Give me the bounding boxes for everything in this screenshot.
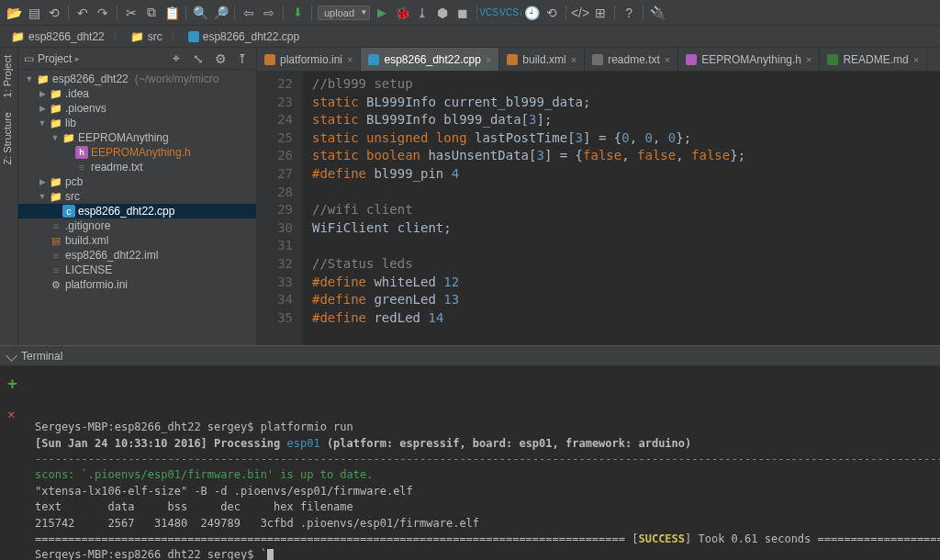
attach-icon[interactable]: ⤓	[414, 5, 431, 21]
arrow-icon: ▶	[38, 104, 47, 113]
close-icon[interactable]: ×	[347, 54, 352, 65]
collapse-icon[interactable]: ⤡	[190, 50, 207, 67]
folder-icon: ▭	[24, 52, 34, 65]
paste-icon[interactable]: 📋	[163, 5, 180, 21]
replace-icon[interactable]: 🔎	[212, 5, 229, 21]
close-icon[interactable]: ×	[571, 54, 576, 65]
close-icon[interactable]: ×	[913, 54, 919, 65]
code-editor[interactable]: //bl999 setupstatic BL999Info current_bl…	[303, 72, 940, 345]
h-icon	[686, 54, 697, 65]
txt-icon: ≡	[75, 161, 88, 174]
tree-item[interactable]: cesp8266_dht22.cpp	[18, 204, 256, 218]
platformio-icon[interactable]: 🔌	[649, 5, 666, 21]
folder-icon: 📁	[50, 102, 62, 115]
editor-gutter: 2223242526272829303132333435	[257, 72, 303, 345]
undo-icon[interactable]: ↶	[74, 5, 91, 21]
arrow-icon: ▶	[38, 89, 47, 98]
terminal-body[interactable]: + ✕ Sergeys-MBP:esp8266_dht22 sergey$ pl…	[0, 366, 940, 560]
close-icon[interactable]: ×	[806, 54, 811, 65]
project-panel-title[interactable]: ▭ Project ▸	[24, 52, 164, 65]
txt-icon	[592, 54, 603, 65]
copy-icon[interactable]: ⧉	[143, 5, 160, 21]
tree-item[interactable]: ≡readme.txt	[18, 160, 256, 174]
breadcrumb-item[interactable]: 📁src	[127, 29, 166, 44]
tab-project[interactable]: 1: Project	[0, 48, 15, 105]
stop-icon[interactable]: ◼	[454, 5, 471, 21]
breadcrumb-item[interactable]: 📁esp8266_dht22	[7, 29, 108, 44]
revert-icon[interactable]: ⟲	[543, 5, 560, 21]
tree-item[interactable]: ▶📁.idea	[18, 86, 256, 101]
editor-tab[interactable]: build.xml×	[499, 48, 585, 71]
save-all-icon[interactable]: ▤	[26, 5, 42, 21]
debug-icon[interactable]: 🐞	[394, 5, 410, 21]
terminal-header[interactable]: Terminal	[0, 346, 940, 366]
editor-area: platformio.ini×esp8266_dht22.cpp×build.x…	[257, 48, 940, 345]
txt-icon: ≡	[50, 249, 62, 262]
ini-icon: ⚙	[50, 278, 62, 291]
tree-item[interactable]: ▼📁lib	[18, 116, 256, 130]
editor-tab[interactable]: platformio.ini×	[257, 48, 361, 71]
cpp-icon	[368, 54, 379, 65]
tree-item[interactable]: ≡.gitignore	[18, 218, 256, 233]
vcs-up-icon[interactable]: VCS↑	[483, 5, 499, 21]
editor-tab[interactable]: esp8266_dht22.cpp×	[361, 48, 499, 71]
arrow-icon: ▼	[38, 118, 47, 128]
back-icon[interactable]: ⇦	[241, 5, 257, 21]
help-icon[interactable]: ?	[621, 5, 637, 21]
folder-icon: 📁	[50, 175, 62, 188]
find-icon[interactable]: 🔍	[192, 5, 208, 21]
tab-structure[interactable]: Z: Structure	[0, 105, 15, 172]
editor-tab[interactable]: README.md×	[820, 48, 927, 71]
arrow-icon: ▶	[38, 177, 47, 186]
target-icon[interactable]: ⌖	[168, 50, 185, 67]
tree-item[interactable]: ▶📁pcb	[18, 174, 256, 189]
cut-icon[interactable]: ✂	[123, 5, 140, 21]
build-icon[interactable]: ⬇	[289, 5, 306, 21]
terminal-close-icon[interactable]: ✕	[7, 405, 17, 423]
vcs-down-icon[interactable]: VCS↓	[503, 5, 520, 21]
editor-tab[interactable]: EEPROMAnything.h×	[678, 48, 820, 71]
settings-icon[interactable]: </>	[572, 5, 588, 21]
main-toolbar: 📂 ▤ ⟲ ↶ ↷ ✂ ⧉ 📋 🔍 🔎 ⇦ ⇨ ⬇ upload ▶ 🐞 ⤓ ⬢…	[0, 0, 940, 26]
tree-item[interactable]: ▤build.xml	[18, 233, 256, 248]
txt-icon: ≡	[50, 263, 62, 276]
tree-item[interactable]: ▼📁src	[18, 189, 256, 204]
gear-icon[interactable]: ⚙	[212, 50, 229, 67]
md-icon	[827, 54, 838, 65]
coverage-icon[interactable]: ⬢	[434, 5, 451, 21]
ini-icon	[264, 54, 275, 65]
close-icon[interactable]: ×	[665, 54, 670, 65]
tree-item[interactable]: ▶📁.pioenvs	[18, 101, 256, 116]
terminal-new-icon[interactable]: +	[7, 372, 17, 396]
h-icon: h	[75, 146, 88, 159]
tree-item[interactable]: ≡esp8266_dht22.iml	[18, 248, 256, 263]
run-icon[interactable]: ▶	[374, 5, 390, 21]
project-panel: ▭ Project ▸ ⌖ ⤡ ⚙ ⤒ ▼📁esp8266_dht22(~/wo…	[18, 48, 257, 345]
structure-icon[interactable]: ⊞	[592, 5, 609, 21]
tree-item[interactable]: ≡LICENSE	[18, 263, 256, 277]
redo-icon[interactable]: ↷	[95, 5, 111, 21]
folder-icon: 📁	[11, 30, 25, 43]
hide-icon[interactable]: ⤒	[234, 50, 251, 67]
history-icon[interactable]: 🕘	[523, 5, 540, 21]
tree-item[interactable]: ⚙platformio.ini	[18, 277, 256, 292]
folder-icon: 📁	[50, 117, 62, 129]
open-icon[interactable]: 📂	[6, 5, 22, 21]
breadcrumb-item[interactable]: esp8266_dht22.cpp	[185, 29, 303, 44]
project-tree[interactable]: ▼📁esp8266_dht22(~/work/my/micro▶📁.idea▶📁…	[18, 70, 256, 345]
forward-icon[interactable]: ⇨	[261, 5, 277, 21]
cpp-icon: c	[62, 205, 75, 218]
sync-icon[interactable]: ⟲	[46, 5, 62, 21]
tree-item[interactable]: ▼📁EEPROMAnything	[18, 130, 256, 145]
tree-item[interactable]: hEEPROMAnything.h	[18, 145, 256, 160]
editor-tab[interactable]: readme.txt×	[585, 48, 678, 71]
left-tool-strip: 1: Project Z: Structure	[0, 48, 18, 345]
close-icon[interactable]: ×	[486, 54, 491, 65]
run-config-dropdown[interactable]: upload	[318, 6, 370, 20]
folder-icon: 📁	[37, 73, 50, 85]
txt-icon: ≡	[50, 219, 62, 232]
editor-tabs: platformio.ini×esp8266_dht22.cpp×build.x…	[257, 48, 940, 72]
tree-item[interactable]: ▼📁esp8266_dht22(~/work/my/micro	[18, 72, 256, 86]
xml-icon	[507, 54, 518, 65]
breadcrumb: 📁esp8266_dht22〉📁src〉esp8266_dht22.cpp	[0, 26, 940, 48]
